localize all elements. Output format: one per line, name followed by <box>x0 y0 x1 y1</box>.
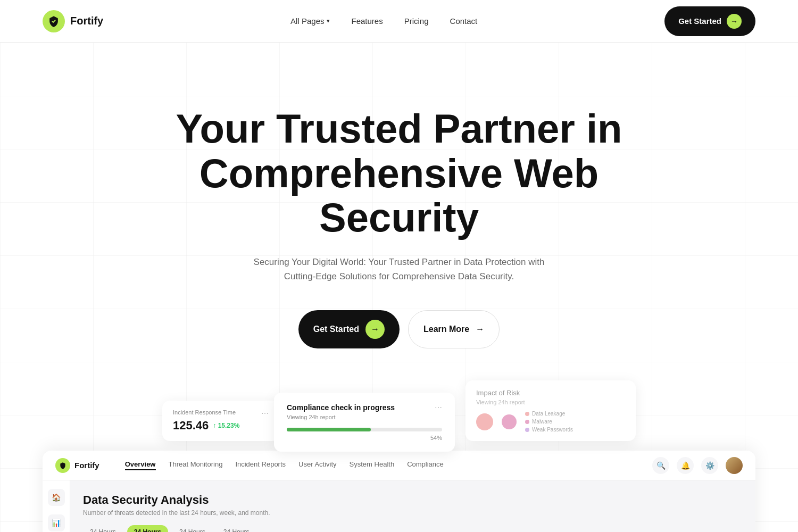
dashboard-navbar: Fortify Overview Threat Monitoring Incid… <box>43 451 755 480</box>
nav-cta-arrow-icon: → <box>727 14 742 29</box>
risk-legend-item-malware: Malware <box>525 419 573 425</box>
risk-dot-malware <box>502 414 517 429</box>
risk-legend-item-data-leakage: Data Leakage <box>525 411 573 417</box>
dashboard-main: Data Security Analysis Number of threats… <box>70 480 755 532</box>
dash-nav-overview[interactable]: Overview <box>125 460 156 470</box>
dashboard-tabs: 24 Hours 24 Hours 24 Hours 24 Hours <box>83 525 743 532</box>
logo-text: Fortify <box>70 15 103 27</box>
risk-impact-card: Impact of Risk Viewing 24h report Data L… <box>466 380 636 441</box>
dashboard-sidebar: 🏠 📊 ⊞ 📄 ⊟ <box>43 480 70 532</box>
search-icon[interactable]: 🔍 <box>652 457 669 474</box>
hero-learn-more-button[interactable]: Learn More → <box>408 310 500 348</box>
nav-logo[interactable]: Fortify <box>43 10 103 32</box>
compliance-card-title: Compliance check in progress <box>287 403 395 412</box>
risk-card-sub: Viewing 24h report <box>476 399 625 405</box>
dashboard-body: 🏠 📊 ⊞ 📄 ⊟ Data Security Analysis Number … <box>43 480 755 532</box>
compliance-progress-bg <box>287 428 442 431</box>
incident-card-value: 125.46 ↑ 15.23% <box>173 419 269 433</box>
dash-tab-0[interactable]: 24 Hours <box>83 525 123 532</box>
hero-title: Your Trusted Partner in Comprehensive We… <box>160 106 638 240</box>
risk-legend-dot2 <box>525 420 529 424</box>
nav-links: All Pages ▾ Features Pricing Contact <box>290 16 477 26</box>
dashboard-logo: Fortify <box>55 458 99 473</box>
dashboard-main-subtitle: Number of threats detected in the last 2… <box>83 509 743 517</box>
compliance-three-dots-icon[interactable]: ⋯ <box>435 403 442 412</box>
bell-icon[interactable]: 🔔 <box>677 457 694 474</box>
compliance-card-subtitle: Viewing 24h report <box>287 414 395 420</box>
dashboard-frame: Fortify Overview Threat Monitoring Incid… <box>43 451 755 532</box>
three-dots-icon[interactable]: ⋯ <box>261 409 269 418</box>
nav-link-features[interactable]: Features <box>351 16 383 26</box>
dash-nav-system[interactable]: System Health <box>350 460 395 470</box>
sidebar-home-icon[interactable]: 🏠 <box>48 489 65 506</box>
dash-tab-1[interactable]: 24 Hours <box>127 525 168 532</box>
chevron-down-icon: ▾ <box>327 18 330 24</box>
risk-legend-label1: Data Leakage <box>532 411 565 417</box>
dashboard-nav-links: Overview Threat Monitoring Incident Repo… <box>125 460 635 470</box>
dashboard-nav-icons: 🔍 🔔 ⚙️ <box>652 457 743 474</box>
dash-tab-2[interactable]: 24 Hours <box>172 525 212 532</box>
compliance-progress-pct: 54% <box>287 435 442 441</box>
risk-legend-item-weak-passwords: Weak Passwords <box>525 427 573 433</box>
user-avatar[interactable] <box>726 457 743 474</box>
logo-icon <box>43 10 65 32</box>
risk-legend-dot1 <box>525 412 529 416</box>
nav-get-started-button[interactable]: Get Started → <box>664 6 755 36</box>
dashboard-logo-icon <box>55 458 70 473</box>
risk-legend-dot3 <box>525 428 529 432</box>
dash-nav-user[interactable]: User Activity <box>298 460 337 470</box>
hero-buttons: Get Started → Learn More → <box>11 310 787 348</box>
nav-link-contact[interactable]: Contact <box>450 16 478 26</box>
dashboard-logo-text: Fortify <box>74 461 99 470</box>
nav-link-pricing[interactable]: Pricing <box>404 16 429 26</box>
preview-section: Incident Response Time ⋯ 125.46 ↑ 15.23%… <box>0 380 798 532</box>
navbar: Fortify All Pages ▾ Features Pricing Con… <box>0 0 798 43</box>
risk-legend-label2: Malware <box>532 419 552 425</box>
floating-cards: Incident Response Time ⋯ 125.46 ↑ 15.23%… <box>43 380 755 452</box>
nav-link-all-pages[interactable]: All Pages ▾ <box>290 16 330 26</box>
compliance-progress-fill <box>287 428 371 431</box>
dash-tab-3[interactable]: 24 Hours <box>217 525 256 532</box>
btn-secondary-arrow-icon: → <box>476 325 484 334</box>
dash-nav-incidents[interactable]: Incident Reports <box>235 460 286 470</box>
hero-content: Your Trusted Partner in Comprehensive We… <box>0 85 798 380</box>
incident-card-label: Incident Response Time <box>173 409 236 415</box>
risk-dot-data-leakage <box>476 413 493 430</box>
btn-primary-arrow-icon: → <box>365 320 385 339</box>
dashboard-main-title: Data Security Analysis <box>83 493 743 507</box>
settings-icon[interactable]: ⚙️ <box>701 457 718 474</box>
sidebar-chart-icon[interactable]: 📊 <box>48 514 65 531</box>
risk-icons-row: Data Leakage Malware Weak Passwords <box>476 411 625 433</box>
risk-legend-label3: Weak Passwords <box>532 427 573 433</box>
dash-nav-threat[interactable]: Threat Monitoring <box>169 460 223 470</box>
risk-card-title: Impact of Risk <box>476 389 625 397</box>
incident-trend: ↑ 15.23% <box>213 422 239 429</box>
risk-legend: Data Leakage Malware Weak Passwords <box>525 411 573 433</box>
hero-subtitle: Securing Your Digital World: Your Truste… <box>245 255 553 284</box>
compliance-check-card: Compliance check in progress Viewing 24h… <box>274 393 455 452</box>
hero-section: Your Trusted Partner in Comprehensive We… <box>0 43 798 532</box>
dash-nav-compliance[interactable]: Compliance <box>407 460 444 470</box>
hero-get-started-button[interactable]: Get Started → <box>298 310 400 348</box>
incident-response-card: Incident Response Time ⋯ 125.46 ↑ 15.23% <box>162 401 279 441</box>
